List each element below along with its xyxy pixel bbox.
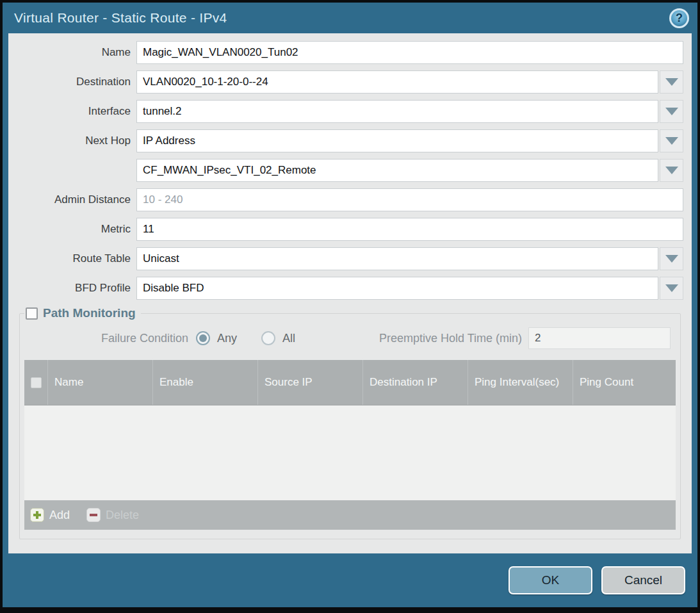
next-hop-type-input[interactable] bbox=[136, 129, 658, 152]
path-monitoring-checkbox[interactable] bbox=[26, 307, 38, 320]
select-all-cell bbox=[24, 360, 47, 405]
route-table-input[interactable] bbox=[136, 247, 658, 270]
radio-dot bbox=[199, 334, 207, 342]
failure-condition-all-radio[interactable] bbox=[261, 331, 275, 345]
dialog-frame: Virtual Router - Static Route - IPv4 ? N… bbox=[3, 3, 697, 607]
delete-button[interactable]: Delete bbox=[86, 508, 139, 522]
bfd-profile-input[interactable] bbox=[136, 277, 658, 300]
destination-input[interactable] bbox=[136, 70, 658, 94]
dialog-titlebar: Virtual Router - Static Route - IPv4 ? bbox=[3, 3, 697, 33]
chevron-down-icon bbox=[665, 255, 678, 263]
ok-button[interactable]: OK bbox=[509, 566, 592, 594]
name-field-wrap bbox=[136, 41, 683, 64]
failure-condition-label: Failure Condition bbox=[24, 332, 196, 345]
table-header-row: Name Enable Source IP Destination IP Pin… bbox=[24, 360, 676, 405]
path-monitoring-section: Path Monitoring Failure Condition Any Al… bbox=[19, 306, 681, 539]
failure-condition-row: Failure Condition Any All Preemptive Hol… bbox=[24, 327, 671, 350]
path-monitoring-table: Name Enable Source IP Destination IP Pin… bbox=[24, 360, 676, 530]
plus-icon bbox=[30, 508, 44, 522]
column-header-source-ip[interactable]: Source IP bbox=[257, 360, 362, 405]
cancel-button[interactable]: Cancel bbox=[601, 566, 685, 594]
chevron-down-icon bbox=[665, 167, 678, 174]
next-hop-label: Next Hop bbox=[8, 135, 136, 147]
interface-field-wrap bbox=[136, 100, 683, 123]
interface-dropdown-button[interactable] bbox=[660, 100, 683, 123]
form-row-metric: Metric bbox=[8, 218, 683, 241]
chevron-down-icon bbox=[665, 137, 678, 145]
metric-input[interactable] bbox=[136, 218, 683, 241]
chevron-down-icon bbox=[665, 108, 678, 115]
table-toolbar: Add Delete bbox=[24, 500, 676, 530]
form-row-interface: Interface bbox=[8, 100, 683, 123]
bfd-profile-field-wrap bbox=[136, 277, 683, 300]
form-row-route-table: Route Table bbox=[8, 247, 683, 270]
route-table-label: Route Table bbox=[8, 252, 136, 265]
next-hop-field-wrap bbox=[136, 129, 683, 152]
form-row-destination: Destination bbox=[8, 70, 683, 94]
admin-distance-input[interactable] bbox=[136, 188, 683, 211]
column-header-name[interactable]: Name bbox=[47, 360, 152, 405]
column-header-destination-ip[interactable]: Destination IP bbox=[362, 360, 468, 405]
static-route-dialog-window: Virtual Router - Static Route - IPv4 ? N… bbox=[0, 0, 700, 613]
column-header-ping-count[interactable]: Ping Count bbox=[573, 360, 676, 405]
metric-field-wrap bbox=[136, 218, 683, 241]
chevron-down-icon bbox=[665, 284, 678, 292]
preemptive-hold-time-group: Preemptive Hold Time (min) bbox=[379, 327, 671, 349]
destination-dropdown-button[interactable] bbox=[660, 70, 683, 94]
bfd-profile-label: BFD Profile bbox=[8, 282, 136, 295]
delete-button-label: Delete bbox=[106, 509, 139, 522]
preemptive-hold-time-label: Preemptive Hold Time (min) bbox=[379, 332, 528, 345]
next-hop-address-input[interactable] bbox=[136, 159, 658, 182]
dialog-title: Virtual Router - Static Route - IPv4 bbox=[14, 10, 227, 26]
column-header-ping-interval[interactable]: Ping Interval(sec) bbox=[468, 360, 573, 405]
failure-condition-any-radio[interactable] bbox=[196, 331, 210, 345]
next-hop-address-field-wrap bbox=[136, 159, 683, 182]
form-row-next-hop: Next Hop bbox=[8, 129, 683, 152]
next-hop-dropdown-button[interactable] bbox=[660, 129, 683, 152]
add-button[interactable]: Add bbox=[30, 508, 70, 522]
table-body-empty bbox=[24, 405, 676, 500]
failure-condition-all-label: All bbox=[282, 332, 295, 345]
interface-input[interactable] bbox=[136, 100, 658, 123]
help-icon[interactable]: ? bbox=[669, 8, 689, 28]
chevron-down-icon bbox=[665, 78, 678, 86]
failure-condition-any-label: Any bbox=[217, 332, 237, 345]
path-monitoring-legend: Path Monitoring bbox=[24, 306, 141, 320]
dialog-footer: OK Cancel bbox=[3, 553, 697, 607]
form-row-admin-distance: Admin Distance bbox=[8, 188, 683, 211]
name-label: Name bbox=[8, 46, 136, 59]
admin-distance-field-wrap bbox=[136, 188, 683, 211]
bfd-profile-dropdown-button[interactable] bbox=[660, 277, 683, 300]
preemptive-hold-time-input[interactable] bbox=[528, 327, 671, 349]
destination-field-wrap bbox=[136, 70, 683, 94]
admin-distance-label: Admin Distance bbox=[8, 193, 136, 206]
dialog-content: Name Destination Interface bbox=[8, 33, 692, 553]
metric-label: Metric bbox=[8, 223, 136, 236]
interface-label: Interface bbox=[8, 105, 136, 118]
name-input[interactable] bbox=[136, 41, 683, 64]
select-all-checkbox[interactable] bbox=[31, 377, 42, 388]
column-header-enable[interactable]: Enable bbox=[152, 360, 257, 405]
destination-label: Destination bbox=[8, 76, 136, 88]
form-row-next-hop-address bbox=[8, 159, 683, 182]
form-row-name: Name bbox=[8, 41, 683, 64]
add-button-label: Add bbox=[49, 509, 70, 522]
route-table-field-wrap bbox=[136, 247, 683, 270]
route-table-dropdown-button[interactable] bbox=[660, 247, 683, 270]
next-hop-address-dropdown-button[interactable] bbox=[660, 159, 683, 182]
minus-icon bbox=[86, 508, 101, 522]
form-row-bfd-profile: BFD Profile bbox=[8, 277, 683, 300]
path-monitoring-title: Path Monitoring bbox=[43, 306, 136, 320]
